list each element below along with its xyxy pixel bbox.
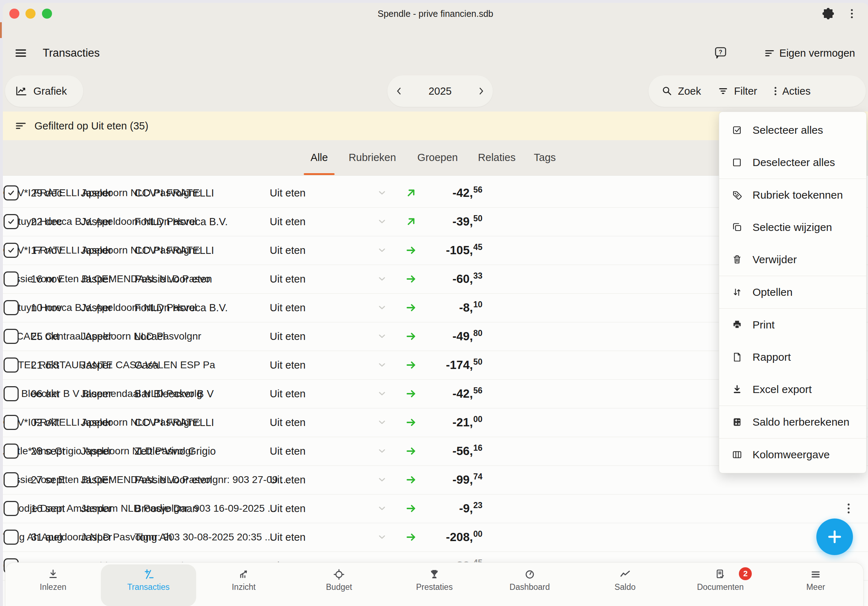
- menu-item-rapport[interactable]: Rapport: [719, 341, 866, 373]
- menu-item-excel-export[interactable]: Excel export: [719, 373, 866, 406]
- nav-item-dashboard[interactable]: Dashboard: [482, 563, 578, 606]
- row-category[interactable]: Uit eten: [270, 178, 305, 207]
- filter-banner-text: Gefilterd op Uit eten (35): [34, 120, 149, 132]
- year-value[interactable]: 2025: [429, 85, 452, 97]
- chevron-right-icon[interactable]: [478, 85, 485, 97]
- row-category[interactable]: Uit eten: [270, 437, 305, 465]
- actions-button[interactable]: Acties: [773, 85, 811, 97]
- row-person: Jasper: [81, 207, 112, 236]
- row-category[interactable]: Uit eten: [270, 380, 305, 408]
- table-row: 16 septJasperBroodje DaanUit eten-9,23Br…: [3, 494, 868, 523]
- row-amount: -21,00: [419, 408, 482, 437]
- row-checkbox[interactable]: [3, 501, 19, 516]
- hamburger-icon[interactable]: [15, 48, 26, 58]
- nav-item-meer[interactable]: Meer: [768, 563, 863, 606]
- row-category-dropdown[interactable]: [378, 408, 386, 437]
- row-checkbox[interactable]: [3, 300, 19, 315]
- nav-item-documenten[interactable]: Documenten2: [673, 563, 768, 606]
- row-category[interactable]: Uit eten: [270, 523, 305, 552]
- row-category-dropdown[interactable]: [378, 351, 386, 380]
- kebab-vertical-icon[interactable]: [850, 8, 854, 19]
- row-checkbox[interactable]: [3, 415, 19, 430]
- row-category[interactable]: Uit eten: [270, 351, 305, 380]
- row-category[interactable]: Uit eten: [270, 236, 305, 265]
- row-category[interactable]: Uit eten: [270, 322, 305, 351]
- chart-button[interactable]: Grafiek: [5, 75, 83, 107]
- year-navigator: 2025: [388, 75, 493, 107]
- row-category-dropdown[interactable]: [378, 380, 386, 408]
- nav-item-inlezen[interactable]: Inlezen: [5, 563, 101, 606]
- row-checkbox[interactable]: [3, 271, 19, 287]
- row-checkbox-checked[interactable]: [3, 185, 19, 200]
- row-category[interactable]: Uit eten: [270, 465, 305, 494]
- row-category[interactable]: Uit eten: [270, 207, 305, 236]
- nav-item-budget[interactable]: Budget: [291, 563, 387, 606]
- row-amount-main: -42,: [453, 387, 473, 400]
- menu-item-rubriek-toekennen[interactable]: Rubriek toekennen: [719, 179, 866, 211]
- menu-item-verwijder[interactable]: Verwijder: [719, 243, 866, 276]
- row-category-dropdown[interactable]: [378, 265, 386, 293]
- row-amount: -105,45: [419, 236, 482, 265]
- tab-relaties[interactable]: Relaties: [478, 140, 516, 175]
- row-category-dropdown[interactable]: [378, 207, 386, 236]
- row-amount-decimals: 74: [473, 472, 482, 482]
- menu-item-kolomweergave[interactable]: Kolomweergave: [719, 439, 866, 471]
- networth-button[interactable]: Eigen vermogen: [764, 47, 855, 59]
- row-category-dropdown[interactable]: [378, 494, 386, 523]
- chevron-left-icon[interactable]: [395, 85, 403, 97]
- chevron-down-icon: [378, 334, 386, 339]
- row-category-dropdown[interactable]: [378, 236, 386, 265]
- nav-item-prestaties[interactable]: Prestaties: [387, 563, 482, 606]
- menu-item-optellen[interactable]: Optellen: [719, 276, 866, 308]
- row-category-dropdown[interactable]: [378, 437, 386, 465]
- help-icon[interactable]: ?: [714, 46, 727, 60]
- tab-groepen[interactable]: Groepen: [417, 140, 458, 175]
- app-window: Spendle - prive financien.sdb Transactie…: [3, 3, 868, 606]
- filter-button[interactable]: Filter: [718, 85, 757, 97]
- menu-item-print[interactable]: Print: [719, 309, 866, 341]
- nav-item-saldo[interactable]: Saldo: [578, 563, 673, 606]
- networth-label: Eigen vermogen: [780, 47, 855, 59]
- row-checkbox[interactable]: [3, 530, 19, 545]
- row-category-dropdown[interactable]: [378, 465, 386, 494]
- row-category-dropdown[interactable]: [378, 523, 386, 552]
- row-merchant: Passie voor eten: [135, 265, 265, 293]
- row-category-dropdown[interactable]: [378, 178, 386, 207]
- row-kebab-icon[interactable]: [846, 494, 851, 523]
- tab-alle[interactable]: Alle: [311, 140, 328, 175]
- row-amount: -56,16: [419, 437, 482, 465]
- menu-item-selectie-wijzigen[interactable]: Selectie wijzigen: [719, 211, 866, 243]
- row-checkbox[interactable]: [3, 472, 19, 487]
- menu-item-deselecteer-alles[interactable]: Deselecteer alles: [719, 146, 866, 178]
- row-category[interactable]: Uit eten: [270, 494, 305, 523]
- row-checkbox[interactable]: [3, 358, 19, 373]
- row-checkbox[interactable]: [3, 329, 19, 344]
- arrow-right-icon: [405, 351, 417, 380]
- row-checkbox-checked[interactable]: [3, 243, 19, 258]
- add-transaction-fab[interactable]: [816, 519, 853, 555]
- row-checkbox[interactable]: [3, 386, 19, 401]
- search-button[interactable]: Zoek: [662, 85, 701, 97]
- row-amount: -60,33: [419, 265, 482, 293]
- row-category[interactable]: Uit eten: [270, 265, 305, 293]
- row-category[interactable]: Uit eten: [270, 293, 305, 322]
- row-amount-main: -49,: [453, 330, 473, 343]
- row-checkbox-checked[interactable]: [3, 214, 19, 229]
- menu-item-label: Print: [752, 319, 775, 331]
- arrow-right-icon: [405, 465, 417, 494]
- row-amount: -8,10: [419, 293, 482, 322]
- row-category[interactable]: Uit eten: [270, 408, 305, 437]
- menu-item-saldo-herberekenen[interactable]: Saldo herberekenen: [719, 406, 866, 438]
- nav-item-transacties[interactable]: Transacties: [101, 563, 196, 606]
- menu-item-selecteer-alles[interactable]: Selecteer alles: [719, 114, 866, 146]
- tab-tags[interactable]: Tags: [534, 140, 556, 175]
- tab-rubrieken[interactable]: Rubrieken: [349, 140, 396, 175]
- background-window-sliver: [0, 22, 2, 38]
- nav-item-inzicht[interactable]: Inzicht: [196, 563, 291, 606]
- row-amount-main: -60,: [453, 272, 473, 286]
- row-category-dropdown[interactable]: [378, 293, 386, 322]
- row-checkbox[interactable]: [3, 443, 19, 459]
- row-category-dropdown[interactable]: [378, 322, 386, 351]
- extension-puzzle-icon[interactable]: [822, 7, 835, 20]
- row-amount-main: -42,: [453, 186, 473, 200]
